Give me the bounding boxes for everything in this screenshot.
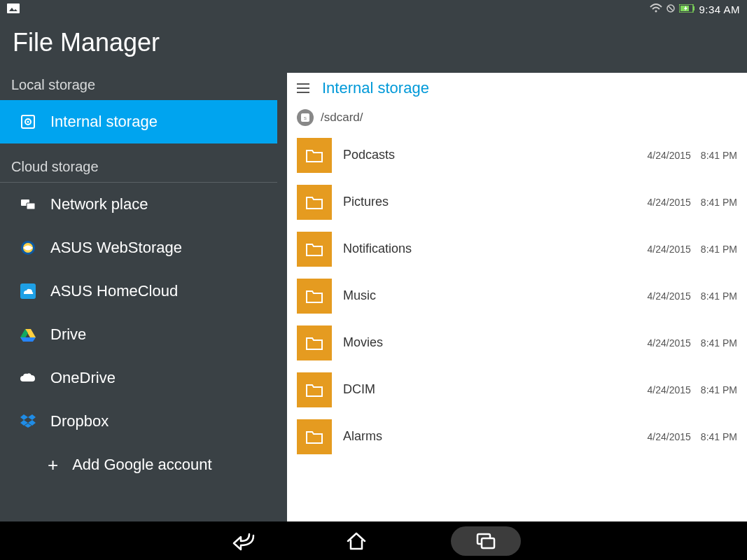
file-name: Podcasts <box>343 148 648 162</box>
onedrive-icon <box>20 370 36 386</box>
wifi-icon <box>650 4 662 15</box>
sync-off-icon <box>666 4 675 15</box>
path-text: /sdcard/ <box>321 111 363 125</box>
folder-icon <box>297 138 332 173</box>
content-header: Internal storage <box>287 73 747 104</box>
file-list: Podcasts 4/24/2015 8:41 PM Pictures 4/24… <box>287 132 747 522</box>
svg-marker-20 <box>20 414 28 420</box>
svg-rect-28 <box>482 538 494 548</box>
android-screen: 9:34 AM File Manager Local storage Inter… <box>0 0 747 560</box>
sidebar-item-label: ASUS HomeCloud <box>50 282 178 300</box>
svg-text:s: s <box>304 115 307 121</box>
navigation-bar <box>0 522 747 560</box>
sidebar-item-label: Internal storage <box>50 113 158 131</box>
svg-rect-0 <box>7 4 20 13</box>
file-date: 4/24/2015 <box>648 290 691 302</box>
path-bar[interactable]: s /sdcard/ <box>287 104 747 132</box>
file-date: 4/24/2015 <box>648 197 691 208</box>
svg-point-2 <box>655 10 657 12</box>
svg-marker-19 <box>20 337 36 342</box>
file-time: 8:41 PM <box>701 244 737 255</box>
file-name: Pictures <box>343 195 648 209</box>
asus-homecloud-icon <box>20 283 36 300</box>
file-row[interactable]: Pictures 4/24/2015 8:41 PM <box>287 178 747 225</box>
sidebar-item-asus-homecloud[interactable]: ASUS HomeCloud <box>0 270 277 313</box>
svg-line-4 <box>669 6 673 10</box>
sidebar-item-label: Dropbox <box>50 412 109 430</box>
sidebar-item-label: ASUS WebStorage <box>50 239 182 257</box>
sidebar-item-dropbox[interactable]: Dropbox <box>0 400 277 443</box>
sidebar-section-local: Local storage <box>0 73 277 100</box>
file-date: 4/24/2015 <box>648 150 691 161</box>
svg-rect-13 <box>27 203 35 209</box>
file-time: 8:41 PM <box>701 431 737 442</box>
folder-icon <box>297 372 332 407</box>
file-row[interactable]: Movies 4/24/2015 8:41 PM <box>287 319 747 366</box>
sidebar-item-label: OneDrive <box>50 369 116 387</box>
internal-storage-icon <box>20 113 36 130</box>
content-panel: Internal storage s /sdcard/ Podcasts 4/2… <box>287 73 747 522</box>
sidebar-item-drive[interactable]: Drive <box>0 313 277 356</box>
sidebar-item-add-google-account[interactable]: + Add Google account <box>0 443 277 486</box>
split-pane: Local storage Internal storage Cloud sto… <box>0 73 747 522</box>
file-name: Music <box>343 288 648 303</box>
svg-rect-6 <box>693 6 694 10</box>
file-time: 8:41 PM <box>701 337 737 349</box>
asus-webstorage-icon <box>20 239 36 256</box>
plus-icon: + <box>48 454 58 476</box>
app-body: File Manager Local storage Internal stor… <box>0 18 747 522</box>
file-date: 4/24/2015 <box>648 384 691 396</box>
app-title: File Manager <box>0 18 747 73</box>
sdcard-icon: s <box>297 109 314 126</box>
back-button[interactable] <box>227 527 262 555</box>
file-time: 8:41 PM <box>701 290 737 302</box>
content-title: Internal storage <box>322 79 429 97</box>
dropbox-icon <box>20 413 36 430</box>
file-row[interactable]: DCIM 4/24/2015 8:41 PM <box>287 366 747 413</box>
sidebar-item-asus-webstorage[interactable]: ASUS WebStorage <box>0 226 277 270</box>
clock-text: 9:34 AM <box>699 4 740 15</box>
file-name: Alarms <box>343 429 648 444</box>
svg-point-11 <box>27 121 29 123</box>
sidebar-item-label: Add Google account <box>72 456 211 474</box>
sidebar-section-cloud: Cloud storage <box>0 155 277 182</box>
svg-marker-21 <box>28 414 36 420</box>
file-name: Notifications <box>343 241 648 256</box>
folder-icon <box>297 232 332 267</box>
picture-icon <box>7 4 20 15</box>
battery-charging-icon <box>679 4 694 15</box>
folder-icon <box>297 279 332 314</box>
sidebar: Local storage Internal storage Cloud sto… <box>0 73 277 522</box>
file-time: 8:41 PM <box>701 384 737 396</box>
sidebar-item-label: Drive <box>50 326 86 344</box>
file-time: 8:41 PM <box>701 150 737 161</box>
file-row[interactable]: Alarms 4/24/2015 8:41 PM <box>287 413 747 460</box>
home-button[interactable] <box>339 527 374 555</box>
file-row[interactable]: Podcasts 4/24/2015 8:41 PM <box>287 132 747 178</box>
file-row[interactable]: Music 4/24/2015 8:41 PM <box>287 272 747 319</box>
file-row[interactable]: Notifications 4/24/2015 8:41 PM <box>287 225 747 272</box>
folder-icon <box>297 185 332 220</box>
sidebar-item-onedrive[interactable]: OneDrive <box>0 356 277 400</box>
file-date: 4/24/2015 <box>648 431 691 442</box>
folder-icon <box>297 419 332 454</box>
file-date: 4/24/2015 <box>648 244 691 255</box>
google-drive-icon <box>20 326 36 343</box>
recent-apps-button[interactable] <box>451 526 521 556</box>
sidebar-item-internal-storage[interactable]: Internal storage <box>0 100 277 144</box>
file-name: Movies <box>343 335 648 350</box>
hamburger-icon[interactable] <box>297 83 309 93</box>
file-time: 8:41 PM <box>701 197 737 208</box>
file-name: DCIM <box>343 382 648 397</box>
folder-icon <box>297 326 332 360</box>
network-icon <box>20 196 36 213</box>
sidebar-item-network-place[interactable]: Network place <box>0 183 277 226</box>
status-bar: 9:34 AM <box>0 0 747 18</box>
sidebar-item-label: Network place <box>50 195 148 214</box>
file-date: 4/24/2015 <box>648 337 691 349</box>
